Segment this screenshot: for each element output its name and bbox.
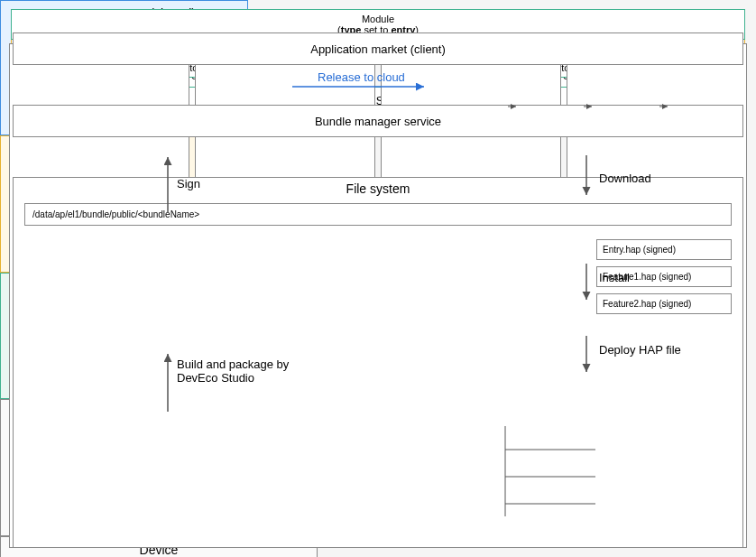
sign-label: Sign [177, 177, 200, 190]
module-entry-label: Module [362, 14, 394, 24]
fs-bundle-path: /data/ap/el1/bundle/public/<bundleName> [24, 203, 732, 226]
app-market-client: Application market (client) [13, 32, 743, 65]
file-system-panel: File system /data/ap/el1/bundle/public/<… [13, 177, 743, 548]
fs-feature2-hap: Feature2.hap (signed) [596, 293, 732, 314]
device-panel: Device Application market (client) Bundl… [0, 536, 318, 557]
fs-entry-hap: Entry.hap (signed) [596, 239, 732, 260]
deploy-label: Deploy HAP file [599, 343, 681, 357]
bundle-manager-service: Bundle manager service [13, 105, 743, 137]
download-label: Download [599, 172, 651, 185]
release-label: Release to cloud [318, 70, 405, 84]
install-label: Install [599, 271, 630, 284]
build-label: Build and package by DevEco Studio [177, 357, 303, 385]
